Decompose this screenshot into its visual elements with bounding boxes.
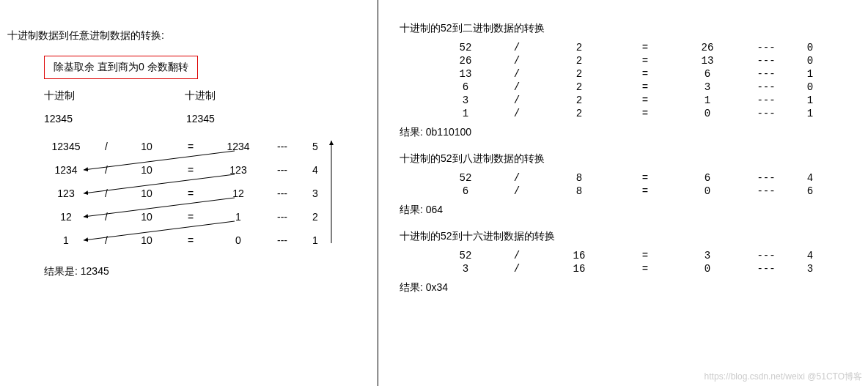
cell: 52 bbox=[444, 249, 488, 262]
cell: 1 bbox=[795, 94, 825, 107]
cell: 10 bbox=[125, 158, 169, 182]
table-row: 12345/10=1234---5 bbox=[44, 135, 330, 158]
cell: 2 bbox=[546, 41, 612, 54]
cell: 1234 bbox=[213, 135, 264, 158]
table-row: 1/2=0---1 bbox=[444, 107, 825, 120]
cell: / bbox=[88, 205, 125, 229]
cell: / bbox=[488, 67, 546, 81]
cell: 3 bbox=[301, 182, 330, 205]
val-right: 12345 bbox=[186, 113, 215, 125]
cell: / bbox=[488, 94, 546, 107]
cell: 6 bbox=[444, 81, 488, 94]
hdr-left: 十进制 bbox=[44, 89, 75, 101]
cell: / bbox=[488, 107, 546, 120]
table-row: 1/10=0---1 bbox=[44, 229, 330, 252]
table-row: 123/10=12---3 bbox=[44, 182, 330, 205]
cell: 0 bbox=[795, 54, 825, 67]
cell: 10 bbox=[125, 182, 169, 205]
sec2-title: 十进制的52到八进制数据的转换 bbox=[400, 152, 846, 166]
cell: = bbox=[612, 249, 678, 262]
cell: 0 bbox=[795, 81, 825, 94]
cell: 0 bbox=[678, 107, 737, 120]
cell: --- bbox=[264, 158, 301, 182]
cell: 6 bbox=[795, 185, 825, 198]
cell: 12 bbox=[213, 182, 264, 205]
cell: 16 bbox=[546, 262, 612, 275]
cell: --- bbox=[737, 185, 795, 198]
cell: 2 bbox=[546, 67, 612, 81]
cell: 16 bbox=[546, 249, 612, 262]
cell: --- bbox=[264, 229, 301, 252]
cell: 123 bbox=[44, 182, 88, 205]
sec2-result: 结果: 064 bbox=[400, 204, 846, 217]
cell: 1234 bbox=[44, 158, 88, 182]
sec3-result: 结果: 0x34 bbox=[400, 281, 846, 294]
cell: / bbox=[488, 171, 546, 185]
left-title: 十进制数据到任意进制数据的转换: bbox=[7, 29, 370, 42]
cell: 52 bbox=[444, 171, 488, 185]
cell: --- bbox=[737, 41, 795, 54]
cell: 3 bbox=[678, 249, 737, 262]
cell: / bbox=[488, 249, 546, 262]
cell: --- bbox=[737, 171, 795, 185]
cell: = bbox=[612, 81, 678, 94]
table-row: 13/2=6---1 bbox=[444, 67, 825, 81]
cell: 0 bbox=[678, 262, 737, 275]
cell: --- bbox=[737, 249, 795, 262]
cell: 0 bbox=[213, 229, 264, 252]
cell: --- bbox=[737, 81, 795, 94]
cell: / bbox=[488, 262, 546, 275]
val-left: 12345 bbox=[44, 113, 73, 125]
cell: 3 bbox=[444, 262, 488, 275]
cell: 4 bbox=[795, 171, 825, 185]
cell: = bbox=[169, 182, 213, 205]
cell: 5 bbox=[301, 135, 330, 158]
cell: = bbox=[612, 171, 678, 185]
table-row: 3/16=0---3 bbox=[444, 262, 825, 275]
cell: = bbox=[169, 135, 213, 158]
left-division-table: 12345/10=1234---51234/10=123---4123/10=1… bbox=[44, 135, 370, 252]
cell: = bbox=[169, 158, 213, 182]
cell: 2 bbox=[301, 205, 330, 229]
cell: 6 bbox=[678, 171, 737, 185]
cell: 1 bbox=[301, 229, 330, 252]
cell: 4 bbox=[301, 158, 330, 182]
cell: 123 bbox=[213, 158, 264, 182]
cell: 1 bbox=[44, 229, 88, 252]
cell: = bbox=[612, 185, 678, 198]
table-row: 1234/10=123---4 bbox=[44, 158, 330, 182]
cell: 1 bbox=[678, 94, 737, 107]
cell: / bbox=[88, 229, 125, 252]
table-row: 26/2=13---0 bbox=[444, 54, 825, 67]
table-row: 52/2=26---0 bbox=[444, 41, 825, 54]
cell: --- bbox=[737, 107, 795, 120]
cell: = bbox=[612, 41, 678, 54]
table-row: 6/2=3---0 bbox=[444, 81, 825, 94]
sec2-table: 52/8=6---46/8=0---6 bbox=[444, 171, 846, 198]
cell: --- bbox=[737, 94, 795, 107]
cell: 10 bbox=[125, 135, 169, 158]
cell: 2 bbox=[546, 81, 612, 94]
table-row: 12/10=1---2 bbox=[44, 205, 330, 229]
cell: / bbox=[488, 81, 546, 94]
cell: / bbox=[88, 135, 125, 158]
sec1-result: 结果: 0b110100 bbox=[400, 126, 846, 139]
cell: 0 bbox=[678, 185, 737, 198]
cell: 1 bbox=[795, 67, 825, 81]
cell: 52 bbox=[444, 41, 488, 54]
left-result: 结果是: 12345 bbox=[44, 265, 370, 278]
cell: 6 bbox=[444, 185, 488, 198]
cell: / bbox=[88, 158, 125, 182]
cell: = bbox=[612, 107, 678, 120]
cell: 2 bbox=[546, 54, 612, 67]
table-row: 6/8=0---6 bbox=[444, 185, 825, 198]
cell: 1 bbox=[444, 107, 488, 120]
left-values: 1234512345 bbox=[44, 113, 370, 125]
cell: = bbox=[169, 205, 213, 229]
cell: / bbox=[488, 185, 546, 198]
cell: = bbox=[169, 229, 213, 252]
cell: 26 bbox=[444, 54, 488, 67]
cell: 2 bbox=[546, 107, 612, 120]
cell: --- bbox=[737, 67, 795, 81]
cell: 3 bbox=[444, 94, 488, 107]
